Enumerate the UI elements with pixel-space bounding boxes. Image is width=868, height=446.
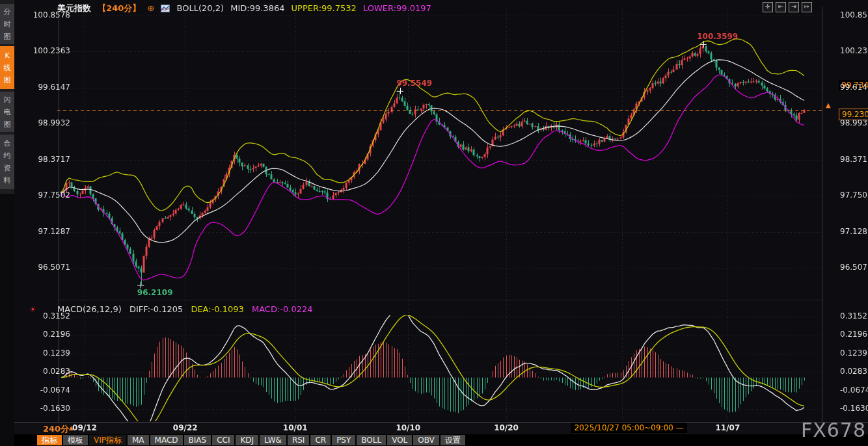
toolbar-button-模板[interactable]: 模板 — [63, 435, 88, 445]
price-axis-label-right: 98.9932 — [840, 118, 868, 127]
macd-header: MACD(26,12,9) DIFF:-0.1205 DEA:-0.1093 M… — [57, 304, 318, 314]
macd-axis-label-left: 0.2196 — [30, 330, 70, 339]
price-axis-label-right: 100.2363 — [840, 46, 868, 55]
macd-axis-label-right: -0.0674 — [840, 386, 868, 395]
exit-icon[interactable]: ↦ — [802, 2, 812, 12]
macd-axis-label-right: 0.2196 — [840, 330, 867, 339]
sidebar-tab-闪电图[interactable]: 闪电图 — [0, 92, 14, 132]
macd-axis-label-right: 0.1239 — [840, 348, 867, 358]
price-axis-label-left: 96.5071 — [30, 263, 70, 272]
sidebar-tab-K线图[interactable]: K线图 — [0, 46, 14, 89]
date-label: 09/12 — [72, 423, 97, 432]
price-axis-label-right: 98.3717 — [840, 155, 868, 164]
date-label: 09/22 — [173, 423, 198, 432]
macd-axis-label-right: 0.3152 — [840, 311, 867, 321]
price-annotation-high: 100.3599 — [697, 32, 738, 41]
macd-axis-label-left: -0.1630 — [30, 404, 70, 413]
toolbar-button-BOLL[interactable]: BOLL — [357, 435, 386, 445]
macd-diff-value: DIFF:-0.1205 — [129, 304, 183, 314]
macd-axis-label-left: 0.0283 — [30, 367, 70, 376]
move-crosshair-icon[interactable]: ✛ — [763, 2, 773, 12]
toolbar-button-设置[interactable]: 设置 — [441, 435, 465, 445]
toolbar-button-BIAS[interactable]: BIAS — [184, 435, 211, 445]
time-axis-row: 240分 ▲ 2025/10/27 05:00~09:00 — 09/1209/… — [14, 423, 868, 434]
price-axis-label-left: 97.7502 — [30, 190, 70, 200]
boll-indicator-label: BOLL(20,2) — [177, 3, 224, 13]
price-axis-label-right: 99.6147 — [840, 83, 868, 92]
window-controls: ✛⇤⇥↦ — [763, 2, 812, 12]
candlestick-chart-canvas[interactable] — [14, 0, 868, 423]
toolbar-button-RSI[interactable]: RSI — [288, 435, 310, 445]
price-axis-label-right: 97.7502 — [840, 190, 868, 200]
boll-lower-value: LOWER:99.0197 — [363, 3, 431, 13]
sidebar-tab-合约资料[interactable]: 合约资料 — [0, 135, 14, 189]
date-label: 11/07 — [715, 423, 740, 432]
sidebar-tab-分时图[interactable]: 分时图 — [0, 4, 14, 44]
add-indicator-icon[interactable]: ⊕ — [147, 3, 154, 13]
trading-app-window: 分时图K线图闪电图合约资料 美元指数 【240分】 ⊕ BOLL(20,2) M… — [0, 0, 868, 446]
toolbar-button-LW&[interactable]: LW& — [260, 435, 286, 445]
watermark: FX678 — [801, 419, 866, 441]
price-axis-label-left: 99.6147 — [30, 83, 70, 92]
zoom-vertical-icon[interactable]: ⇥ — [789, 2, 799, 12]
indicator-chart-icon[interactable] — [161, 5, 170, 14]
price-axis-label-left: 97.1287 — [30, 227, 70, 236]
toolbar-button-MACD[interactable]: MACD — [150, 435, 183, 445]
price-axis-label-left: 100.2363 — [30, 46, 70, 55]
toolbar-button-指标[interactable]: 指标 — [37, 435, 62, 445]
macd-axis-label-left: 0.3152 — [30, 311, 70, 321]
macd-dea-value: DEA:-0.1093 — [191, 304, 243, 314]
toolbar-button-VIP指标[interactable]: VIP指标 — [89, 435, 126, 445]
macd-axis-label-right: 0.0283 — [840, 367, 867, 376]
date-label: 10/01 — [283, 423, 308, 432]
toolbar-button-PSY[interactable]: PSY — [332, 435, 355, 445]
interval-badge: 【240分】 — [98, 3, 141, 13]
price-axis-label-right: 100.8578 — [840, 10, 868, 20]
toolbar-button-KDJ[interactable]: KDJ — [236, 435, 258, 445]
macd-axis-label-left: 0.1239 — [30, 348, 70, 358]
interval-selector[interactable]: 240分 — [43, 423, 69, 435]
toolbar-button-CCI[interactable]: CCI — [212, 435, 234, 445]
toolbar-button-VOL[interactable]: VOL — [387, 435, 412, 445]
boll-mid-value: MID:99.3864 — [230, 3, 284, 13]
toolbar-button-CR[interactable]: CR — [310, 435, 331, 445]
price-annotation-high: 99.5549 — [396, 79, 432, 88]
indicator-toolbar: 指标模板VIP指标MAMACDBIASCCIKDJLW&RSICRPSYBOLL… — [14, 434, 868, 446]
price-annotation-low: 96.2109 — [137, 288, 173, 297]
price-axis-label-left: 98.3717 — [30, 155, 70, 164]
chart-region: 美元指数 【240分】 ⊕ BOLL(20,2) MID:99.3864 UPP… — [14, 0, 868, 423]
date-label: 10/10 — [396, 423, 420, 432]
macd-axis-label-right: -0.1630 — [840, 404, 868, 413]
toolbar-button-OBV[interactable]: OBV — [413, 435, 439, 445]
price-axis-label-right: 97.1287 — [840, 227, 868, 236]
macd-axis-label-left: -0.0674 — [30, 386, 70, 395]
price-axis-label-right: 96.5071 — [840, 263, 868, 272]
zoom-horizontal-icon[interactable]: ⇤ — [776, 2, 786, 12]
macd-macd-value: MACD:-0.0224 — [252, 304, 313, 314]
boll-upper-value: UPPER:99.7532 — [292, 3, 357, 13]
price-direction-arrow-icon: ▲ — [826, 101, 831, 109]
sidebar: 分时图K线图闪电图合约资料 — [0, 0, 14, 446]
chart-header: 美元指数 【240分】 ⊕ BOLL(20,2) MID:99.3864 UPP… — [57, 3, 435, 14]
date-label: 10/20 — [494, 423, 519, 432]
selected-candle-time: 2025/10/27 05:00~09:00 — — [571, 423, 686, 433]
toolbar-button-MA[interactable]: MA — [128, 435, 149, 445]
price-axis-label-left: 100.8578 — [30, 10, 70, 20]
price-axis-label-left: 98.9932 — [30, 118, 70, 127]
